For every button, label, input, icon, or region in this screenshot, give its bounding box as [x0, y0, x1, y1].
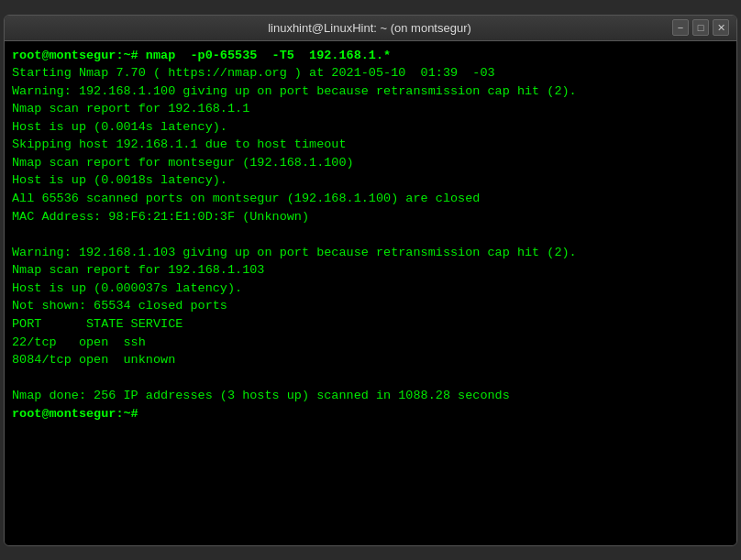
terminal-line: Host is up (0.0014s latency). — [12, 118, 729, 137]
terminal-line: Skipping host 192.168.1.1 due to host ti… — [12, 136, 729, 154]
terminal-line: root@montsegur:~# — [12, 405, 729, 423]
terminal-line: PORT STATE SERVICE — [12, 315, 729, 334]
terminal-line: Nmap scan report for 192.168.1.103 — [12, 261, 729, 280]
close-button[interactable]: ✕ — [713, 19, 729, 36]
terminal-line: 22/tcp open ssh — [12, 334, 729, 352]
terminal-line: Host is up (0.000037s latency). — [12, 280, 729, 298]
terminal-line: Nmap done: 256 IP addresses (3 hosts up)… — [12, 387, 729, 405]
terminal-line: Starting Nmap 7.70 ( https://nmap.org ) … — [12, 64, 729, 82]
terminal-line: Warning: 192.168.1.100 giving up on port… — [12, 82, 729, 101]
maximize-button[interactable]: □ — [692, 19, 709, 36]
terminal-empty-line — [12, 369, 729, 388]
terminal-line: Nmap scan report for montsegur (192.168.… — [12, 154, 729, 172]
minimize-button[interactable]: − — [672, 19, 689, 36]
terminal-line: Nmap scan report for 192.168.1.1 — [12, 100, 729, 118]
terminal-line: MAC Address: 98:F6:21:E1:0D:3F (Unknown) — [12, 208, 729, 226]
terminal-line: All 65536 scanned ports on montsegur (19… — [12, 190, 729, 208]
terminal-line: 8084/tcp open unknown — [12, 351, 729, 369]
terminal-line: Host is up (0.0018s latency). — [12, 171, 729, 190]
terminal-window: linuxhint@LinuxHint: ~ (on montsegur) − … — [4, 15, 737, 546]
titlebar-title: linuxhint@LinuxHint: ~ (on montsegur) — [67, 21, 672, 35]
terminal-line: Not shown: 65534 closed ports — [12, 297, 729, 315]
terminal-line: root@montsegur:~# nmap -p0-65535 -T5 192… — [12, 47, 729, 65]
window-controls: − □ ✕ — [672, 19, 729, 36]
titlebar: linuxhint@LinuxHint: ~ (on montsegur) − … — [5, 16, 736, 41]
terminal-body[interactable]: root@montsegur:~# nmap -p0-65535 -T5 192… — [5, 41, 736, 545]
terminal-line: Warning: 192.168.1.103 giving up on port… — [12, 244, 729, 262]
terminal-empty-line — [12, 225, 729, 244]
